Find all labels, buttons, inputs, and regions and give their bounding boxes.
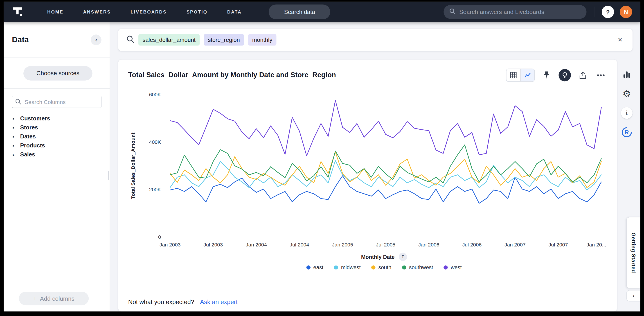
answer-footer: Not what you expected? Ask an expert (118, 292, 617, 312)
svg-text:Jan 2003: Jan 2003 (160, 242, 181, 248)
legend-dot (334, 265, 338, 269)
svg-text:Jan 2007: Jan 2007 (504, 242, 526, 248)
gear-icon: ⚙ (622, 89, 631, 98)
share-icon (579, 71, 586, 79)
sidebar-header: Data ‹ (4, 22, 110, 58)
caret-right-icon: ▸ (13, 116, 17, 121)
legend-item-midwest[interactable]: midwest (334, 264, 361, 270)
sort-ascending-button[interactable]: ↑ (399, 253, 407, 261)
main-area: sales_dollar_amount store_region monthly… (110, 22, 640, 312)
arrow-up-icon: ↑ (401, 254, 405, 260)
nav-item-spotiq[interactable]: SPOTIQ (186, 10, 208, 14)
top-nav: HOME ANSWERS LIVEBOARDS SPOTIQ DATA Sear… (4, 2, 640, 22)
view-toggle (506, 69, 535, 82)
answer-title: Total Sales_Dollar_Amount by Monthly Dat… (128, 71, 336, 80)
pin-icon (543, 71, 550, 80)
chart-legend: eastmidwestsouthsouthwestwest (151, 264, 617, 270)
app-window: HOME ANSWERS LIVEBOARDS SPOTIQ DATA Sear… (4, 2, 640, 311)
global-search[interactable] (444, 5, 586, 19)
legend-item-south[interactable]: south (371, 264, 391, 270)
lightbulb-icon (562, 72, 568, 78)
svg-text:Jul 2006: Jul 2006 (462, 242, 482, 248)
query-token-keyword[interactable]: monthly (248, 34, 276, 46)
search-data-button[interactable]: Search data (269, 4, 330, 19)
bar-chart-icon (622, 70, 631, 78)
clear-search-icon[interactable]: ✕ (616, 34, 624, 45)
info-button[interactable]: i (620, 107, 633, 119)
data-sidebar: Data ‹ Choose sources ▸Customers ▸Stores… (4, 22, 110, 312)
chart-config-button[interactable] (620, 68, 633, 80)
query-search-bar[interactable]: sales_dollar_amount store_region monthly… (118, 29, 632, 51)
tree-item-label: Dates (20, 133, 36, 140)
add-columns-button[interactable]: + Add columns (19, 292, 89, 305)
chevron-left-icon: ‹ (95, 36, 98, 44)
svg-text:Jan 2005: Jan 2005 (332, 242, 353, 248)
plus-icon: + (33, 295, 37, 302)
settings-button[interactable]: ⚙ (620, 88, 633, 100)
caret-right-icon: ▸ (13, 134, 17, 139)
user-avatar[interactable]: N (620, 6, 632, 18)
chart-view-button[interactable] (520, 69, 534, 82)
nav-divider (594, 6, 594, 17)
ask-an-expert-link[interactable]: Ask an expert (200, 298, 238, 305)
getting-started-collapse-button[interactable]: ‹ (626, 290, 640, 302)
thoughtspot-logo-icon[interactable] (12, 6, 24, 18)
nav-item-home[interactable]: HOME (47, 10, 64, 14)
nav-links: HOME ANSWERS LIVEBOARDS SPOTIQ DATA (47, 10, 242, 14)
legend-label: southwest (409, 264, 433, 270)
global-search-input[interactable] (459, 8, 581, 15)
svg-text:600K: 600K (149, 92, 161, 98)
sidebar-title: Data (12, 35, 29, 44)
svg-text:Jul 2004: Jul 2004 (290, 242, 310, 248)
r-analysis-button[interactable]: R (620, 126, 633, 138)
nav-item-data[interactable]: DATA (227, 10, 242, 14)
x-axis-title-row: Monthly Date ↑ (151, 253, 617, 261)
legend-item-east[interactable]: east (306, 264, 323, 270)
sidebar-collapse-button[interactable]: ‹ (91, 34, 101, 45)
tree-item-customers[interactable]: ▸Customers (4, 114, 110, 123)
footer-question: Not what you expected? (128, 298, 194, 305)
nav-right-group: ? N (444, 5, 632, 19)
tree-item-products[interactable]: ▸Products (4, 141, 110, 150)
nav-item-answers[interactable]: ANSWERS (83, 10, 111, 14)
caret-right-icon: ▸ (13, 152, 17, 157)
getting-started-tab[interactable]: Getting Started (626, 217, 640, 288)
more-options-button[interactable] (595, 69, 607, 82)
legend-label: west (451, 264, 462, 270)
answer-toolbar (506, 69, 607, 82)
table-icon (510, 72, 517, 78)
answer-icon-rail: ⚙ i R (620, 68, 634, 138)
info-icon: i (621, 107, 632, 118)
svg-text:R: R (625, 129, 629, 136)
legend-item-southwest[interactable]: southwest (402, 264, 433, 270)
tree-item-dates[interactable]: ▸Dates (4, 132, 110, 141)
add-columns-label: Add columns (40, 295, 74, 302)
choose-sources-button[interactable]: Choose sources (24, 66, 92, 80)
legend-dot (444, 265, 448, 269)
pin-button[interactable] (540, 69, 553, 82)
tree-item-stores[interactable]: ▸Stores (4, 123, 110, 132)
spotiq-insights-button[interactable] (558, 69, 571, 82)
legend-dot (306, 265, 310, 269)
query-token-attribute[interactable]: store_region (204, 34, 244, 46)
answer-card: Total Sales_Dollar_Amount by Monthly Dat… (118, 60, 617, 312)
line-chart-icon (524, 72, 531, 78)
query-token-measure[interactable]: sales_dollar_amount (138, 34, 200, 46)
tree-item-label: Customers (20, 115, 50, 122)
help-button[interactable]: ? (602, 6, 614, 18)
ellipsis-icon (597, 74, 605, 76)
share-button[interactable] (577, 69, 589, 82)
screen: HOME ANSWERS LIVEBOARDS SPOTIQ DATA Sear… (0, 0, 644, 316)
legend-dot (402, 265, 406, 269)
svg-text:200K: 200K (149, 186, 161, 192)
caret-right-icon: ▸ (13, 125, 17, 130)
svg-text:Total Sales_Dollar_Amount: Total Sales_Dollar_Amount (130, 132, 136, 199)
legend-item-west[interactable]: west (444, 264, 462, 270)
table-view-button[interactable] (506, 69, 520, 82)
tree-item-sales[interactable]: ▸Sales (4, 150, 110, 159)
search-columns-input[interactable] (12, 96, 102, 108)
chart-plot-area[interactable]: Total Sales_Dollar_Amount0200K400K600KJa… (128, 88, 607, 250)
nav-item-liveboards[interactable]: LIVEBOARDS (130, 10, 167, 14)
svg-text:Jul 2007: Jul 2007 (548, 242, 568, 248)
search-icon (15, 98, 22, 106)
